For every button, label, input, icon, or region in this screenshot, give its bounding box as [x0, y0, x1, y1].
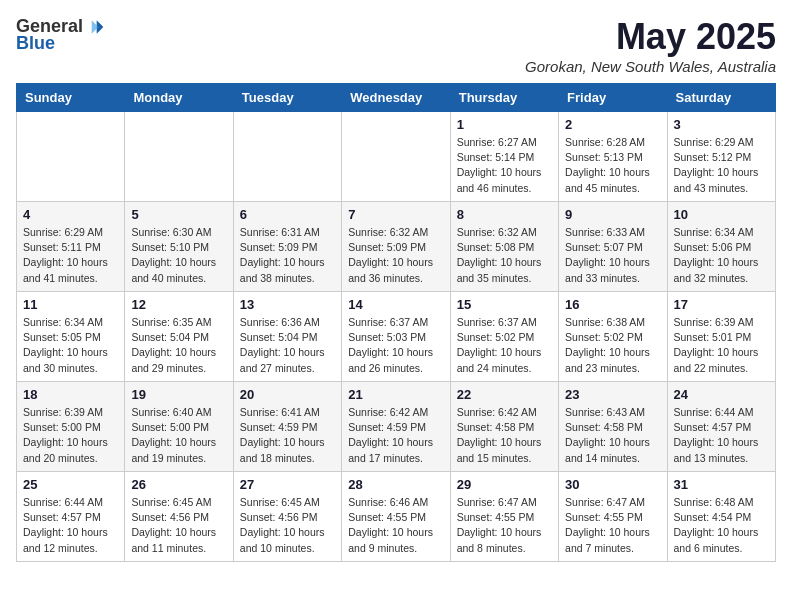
day-number: 1	[457, 117, 552, 132]
day-info: Sunrise: 6:43 AM Sunset: 4:58 PM Dayligh…	[565, 405, 660, 466]
calendar-table: SundayMondayTuesdayWednesdayThursdayFrid…	[16, 83, 776, 562]
calendar-cell: 14Sunrise: 6:37 AM Sunset: 5:03 PM Dayli…	[342, 292, 450, 382]
day-info: Sunrise: 6:35 AM Sunset: 5:04 PM Dayligh…	[131, 315, 226, 376]
day-info: Sunrise: 6:34 AM Sunset: 5:05 PM Dayligh…	[23, 315, 118, 376]
calendar-cell: 23Sunrise: 6:43 AM Sunset: 4:58 PM Dayli…	[559, 382, 667, 472]
day-info: Sunrise: 6:42 AM Sunset: 4:58 PM Dayligh…	[457, 405, 552, 466]
calendar-body: 1Sunrise: 6:27 AM Sunset: 5:14 PM Daylig…	[17, 112, 776, 562]
calendar-cell: 2Sunrise: 6:28 AM Sunset: 5:13 PM Daylig…	[559, 112, 667, 202]
calendar-cell: 17Sunrise: 6:39 AM Sunset: 5:01 PM Dayli…	[667, 292, 775, 382]
calendar-cell: 26Sunrise: 6:45 AM Sunset: 4:56 PM Dayli…	[125, 472, 233, 562]
day-number: 20	[240, 387, 335, 402]
day-info: Sunrise: 6:37 AM Sunset: 5:02 PM Dayligh…	[457, 315, 552, 376]
calendar-cell: 13Sunrise: 6:36 AM Sunset: 5:04 PM Dayli…	[233, 292, 341, 382]
calendar-cell	[342, 112, 450, 202]
calendar-week: 4Sunrise: 6:29 AM Sunset: 5:11 PM Daylig…	[17, 202, 776, 292]
weekday-header: Tuesday	[233, 84, 341, 112]
page-header: General Blue May 2025 Gorokan, New South…	[16, 16, 776, 75]
day-number: 17	[674, 297, 769, 312]
calendar-cell: 5Sunrise: 6:30 AM Sunset: 5:10 PM Daylig…	[125, 202, 233, 292]
day-number: 14	[348, 297, 443, 312]
calendar-week: 25Sunrise: 6:44 AM Sunset: 4:57 PM Dayli…	[17, 472, 776, 562]
day-number: 29	[457, 477, 552, 492]
calendar-cell	[233, 112, 341, 202]
day-info: Sunrise: 6:28 AM Sunset: 5:13 PM Dayligh…	[565, 135, 660, 196]
day-number: 27	[240, 477, 335, 492]
day-info: Sunrise: 6:45 AM Sunset: 4:56 PM Dayligh…	[131, 495, 226, 556]
calendar-cell: 3Sunrise: 6:29 AM Sunset: 5:12 PM Daylig…	[667, 112, 775, 202]
calendar-week: 11Sunrise: 6:34 AM Sunset: 5:05 PM Dayli…	[17, 292, 776, 382]
day-number: 25	[23, 477, 118, 492]
day-number: 18	[23, 387, 118, 402]
day-info: Sunrise: 6:32 AM Sunset: 5:08 PM Dayligh…	[457, 225, 552, 286]
weekday-header: Saturday	[667, 84, 775, 112]
logo: General Blue	[16, 16, 105, 54]
day-number: 31	[674, 477, 769, 492]
day-info: Sunrise: 6:39 AM Sunset: 5:01 PM Dayligh…	[674, 315, 769, 376]
calendar-cell: 27Sunrise: 6:45 AM Sunset: 4:56 PM Dayli…	[233, 472, 341, 562]
calendar-cell: 31Sunrise: 6:48 AM Sunset: 4:54 PM Dayli…	[667, 472, 775, 562]
day-number: 4	[23, 207, 118, 222]
calendar-cell: 8Sunrise: 6:32 AM Sunset: 5:08 PM Daylig…	[450, 202, 558, 292]
weekday-header: Sunday	[17, 84, 125, 112]
day-number: 28	[348, 477, 443, 492]
day-info: Sunrise: 6:27 AM Sunset: 5:14 PM Dayligh…	[457, 135, 552, 196]
day-info: Sunrise: 6:47 AM Sunset: 4:55 PM Dayligh…	[565, 495, 660, 556]
day-number: 30	[565, 477, 660, 492]
day-number: 24	[674, 387, 769, 402]
day-number: 21	[348, 387, 443, 402]
calendar-cell: 16Sunrise: 6:38 AM Sunset: 5:02 PM Dayli…	[559, 292, 667, 382]
calendar-cell: 15Sunrise: 6:37 AM Sunset: 5:02 PM Dayli…	[450, 292, 558, 382]
day-number: 10	[674, 207, 769, 222]
calendar-cell: 18Sunrise: 6:39 AM Sunset: 5:00 PM Dayli…	[17, 382, 125, 472]
day-number: 9	[565, 207, 660, 222]
day-info: Sunrise: 6:32 AM Sunset: 5:09 PM Dayligh…	[348, 225, 443, 286]
calendar-cell: 28Sunrise: 6:46 AM Sunset: 4:55 PM Dayli…	[342, 472, 450, 562]
day-info: Sunrise: 6:44 AM Sunset: 4:57 PM Dayligh…	[674, 405, 769, 466]
day-number: 7	[348, 207, 443, 222]
day-info: Sunrise: 6:34 AM Sunset: 5:06 PM Dayligh…	[674, 225, 769, 286]
day-number: 11	[23, 297, 118, 312]
day-number: 5	[131, 207, 226, 222]
day-number: 2	[565, 117, 660, 132]
title-block: May 2025 Gorokan, New South Wales, Austr…	[525, 16, 776, 75]
calendar-header: SundayMondayTuesdayWednesdayThursdayFrid…	[17, 84, 776, 112]
calendar-cell: 6Sunrise: 6:31 AM Sunset: 5:09 PM Daylig…	[233, 202, 341, 292]
weekday-header: Monday	[125, 84, 233, 112]
calendar-cell: 7Sunrise: 6:32 AM Sunset: 5:09 PM Daylig…	[342, 202, 450, 292]
day-number: 12	[131, 297, 226, 312]
day-info: Sunrise: 6:42 AM Sunset: 4:59 PM Dayligh…	[348, 405, 443, 466]
day-info: Sunrise: 6:29 AM Sunset: 5:11 PM Dayligh…	[23, 225, 118, 286]
calendar-cell	[125, 112, 233, 202]
day-info: Sunrise: 6:38 AM Sunset: 5:02 PM Dayligh…	[565, 315, 660, 376]
day-info: Sunrise: 6:40 AM Sunset: 5:00 PM Dayligh…	[131, 405, 226, 466]
calendar-cell: 11Sunrise: 6:34 AM Sunset: 5:05 PM Dayli…	[17, 292, 125, 382]
calendar-cell: 24Sunrise: 6:44 AM Sunset: 4:57 PM Dayli…	[667, 382, 775, 472]
calendar-cell	[17, 112, 125, 202]
day-info: Sunrise: 6:44 AM Sunset: 4:57 PM Dayligh…	[23, 495, 118, 556]
month-title: May 2025	[525, 16, 776, 58]
day-info: Sunrise: 6:47 AM Sunset: 4:55 PM Dayligh…	[457, 495, 552, 556]
day-info: Sunrise: 6:48 AM Sunset: 4:54 PM Dayligh…	[674, 495, 769, 556]
day-info: Sunrise: 6:29 AM Sunset: 5:12 PM Dayligh…	[674, 135, 769, 196]
calendar-cell: 22Sunrise: 6:42 AM Sunset: 4:58 PM Dayli…	[450, 382, 558, 472]
day-number: 23	[565, 387, 660, 402]
day-number: 16	[565, 297, 660, 312]
weekday-header: Wednesday	[342, 84, 450, 112]
calendar-cell: 29Sunrise: 6:47 AM Sunset: 4:55 PM Dayli…	[450, 472, 558, 562]
day-info: Sunrise: 6:37 AM Sunset: 5:03 PM Dayligh…	[348, 315, 443, 376]
calendar-cell: 12Sunrise: 6:35 AM Sunset: 5:04 PM Dayli…	[125, 292, 233, 382]
day-number: 6	[240, 207, 335, 222]
location: Gorokan, New South Wales, Australia	[525, 58, 776, 75]
calendar-cell: 21Sunrise: 6:42 AM Sunset: 4:59 PM Dayli…	[342, 382, 450, 472]
day-number: 8	[457, 207, 552, 222]
calendar-cell: 25Sunrise: 6:44 AM Sunset: 4:57 PM Dayli…	[17, 472, 125, 562]
day-info: Sunrise: 6:39 AM Sunset: 5:00 PM Dayligh…	[23, 405, 118, 466]
day-number: 15	[457, 297, 552, 312]
day-info: Sunrise: 6:33 AM Sunset: 5:07 PM Dayligh…	[565, 225, 660, 286]
day-number: 26	[131, 477, 226, 492]
calendar-cell: 9Sunrise: 6:33 AM Sunset: 5:07 PM Daylig…	[559, 202, 667, 292]
calendar-cell: 4Sunrise: 6:29 AM Sunset: 5:11 PM Daylig…	[17, 202, 125, 292]
calendar-cell: 20Sunrise: 6:41 AM Sunset: 4:59 PM Dayli…	[233, 382, 341, 472]
day-number: 3	[674, 117, 769, 132]
